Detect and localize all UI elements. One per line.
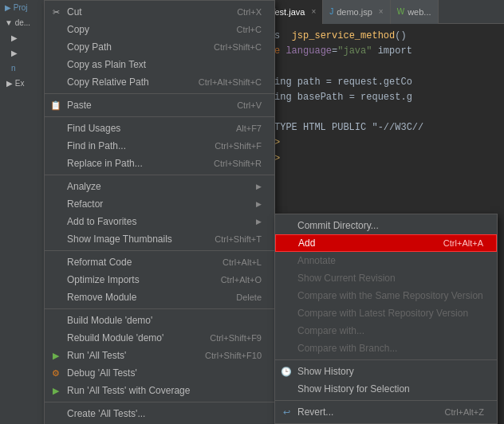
code-line-2: @ page language="java" import xyxy=(246,44,498,59)
tab-bar: J Slf4jTest.java × J demo.jsp × W web... xyxy=(239,0,504,24)
submenu-compare-same: Compare with the Same Repository Version xyxy=(275,287,497,304)
context-menu-main: ✂ Cut Ctrl+X Copy Ctrl+C Copy Path Ctrl+… xyxy=(44,0,275,424)
submenu-compare-latest: Compare with Latest Repository Version xyxy=(275,304,497,322)
menu-item-create-all-tests[interactable]: Create 'All Tests'... xyxy=(45,405,274,422)
separator-2 xyxy=(45,116,274,117)
sidebar-folder2[interactable]: ▶ xyxy=(0,45,47,61)
submenu-show-history[interactable]: 🕒 Show History xyxy=(275,363,497,380)
sidebar-folder4[interactable]: ▶ Ex xyxy=(0,76,47,91)
history-icon: 🕒 xyxy=(278,367,294,377)
tab-web[interactable]: W web... xyxy=(391,0,439,24)
paste-icon: 📋 xyxy=(48,100,64,111)
submenu-annotate: Annotate xyxy=(275,252,497,269)
submenu-add[interactable]: Add Ctrl+Alt+A xyxy=(275,234,497,252)
code-line-3 xyxy=(246,59,498,74)
menu-item-cut[interactable]: ✂ Cut Ctrl+X xyxy=(45,3,274,21)
menu-item-copy-path[interactable]: Copy Path Ctrl+Shift+C xyxy=(45,38,274,56)
code-line-8: <html> xyxy=(246,135,498,151)
code-line-4: String path = request.getCo xyxy=(246,75,498,90)
menu-item-refactor[interactable]: Refactor xyxy=(45,195,274,213)
separator-3 xyxy=(45,175,274,175)
submenu-separator-2 xyxy=(275,400,497,401)
menu-item-optimize-imports[interactable]: Optimize Imports Ctrl+Alt+O xyxy=(45,271,274,289)
separator-4 xyxy=(45,250,274,251)
coverage-icon: ▶ xyxy=(48,386,64,396)
menu-item-find-in-path[interactable]: Find in Path... Ctrl+Shift+F xyxy=(45,137,274,155)
sidebar-module[interactable]: ▼ de... xyxy=(0,15,47,30)
menu-item-rebuild-module[interactable]: Rebuild Module 'demo' Ctrl+Shift+F9 xyxy=(45,329,274,347)
separator-5 xyxy=(45,308,274,309)
submenu-show-current-revision: Show Current Revision xyxy=(275,269,497,287)
tab-label-web: web... xyxy=(408,7,431,17)
tab-close-slf4j[interactable]: × xyxy=(311,7,316,16)
sidebar-project[interactable]: ▶ Proj xyxy=(0,0,47,15)
jsp-icon: J xyxy=(329,7,333,16)
tab-close-demo[interactable]: × xyxy=(379,7,384,16)
separator-6 xyxy=(45,402,274,402)
web-icon: W xyxy=(397,7,404,16)
submenu-show-history-selection[interactable]: Show History for Selection xyxy=(275,380,497,398)
menu-item-copy-plain[interactable]: Copy as Plain Text xyxy=(45,56,274,73)
menu-item-find-usages[interactable]: Find Usages Alt+F7 xyxy=(45,120,274,137)
separator-1 xyxy=(45,93,274,94)
menu-item-add-favorites[interactable]: Add to Favorites xyxy=(45,213,274,230)
tab-demo[interactable]: J demo.jsp × xyxy=(323,0,390,24)
tab-label-demo: demo.jsp xyxy=(337,7,372,17)
menu-item-replace-in-path[interactable]: Replace in Path... Ctrl+Shift+R xyxy=(45,155,274,172)
code-line-6 xyxy=(246,105,498,120)
sidebar-folder3[interactable]: n xyxy=(0,61,47,76)
sidebar-folder1[interactable]: ▶ xyxy=(0,30,47,45)
menu-item-remove-module[interactable]: Remove Module Delete xyxy=(45,289,274,306)
cut-icon: ✂ xyxy=(48,7,64,18)
submenu-compare-with: Compare with... xyxy=(275,322,497,340)
menu-item-debug-all-tests[interactable]: ⚙ Debug 'All Tests' xyxy=(45,364,274,382)
code-line-1: pClass jsp_service_method() xyxy=(246,29,498,44)
submenu-git: Commit Directory... Add Ctrl+Alt+A Annot… xyxy=(274,214,498,424)
menu-item-copy[interactable]: Copy Ctrl+C xyxy=(45,21,274,38)
submenu-revert[interactable]: ↩ Revert... Ctrl+Alt+Z xyxy=(275,403,497,421)
menu-item-run-coverage[interactable]: ▶ Run 'All Tests' with Coverage xyxy=(45,382,274,399)
menu-item-copy-relative[interactable]: Copy Relative Path Ctrl+Alt+Shift+C xyxy=(45,73,274,91)
submenu-separator-1 xyxy=(275,359,497,360)
submenu-compare-branch: Compare with Branch... xyxy=(275,340,497,357)
menu-item-reformat[interactable]: Reformat Code Ctrl+Alt+L xyxy=(45,253,274,271)
revert-icon: ↩ xyxy=(278,407,294,418)
menu-item-run-all-tests[interactable]: ▶ Run 'All Tests' Ctrl+Shift+F10 xyxy=(45,347,274,364)
code-line-5: String basePath = request.g xyxy=(246,90,498,105)
menu-item-build-module[interactable]: Build Module 'demo' xyxy=(45,312,274,329)
code-line-9: <head> xyxy=(246,151,498,167)
code-line-7: <!DOCTYPE HTML PUBLIC "-//W3C// xyxy=(246,120,498,135)
menu-item-analyze[interactable]: Analyze xyxy=(45,178,274,195)
menu-item-show-thumbnails[interactable]: Show Image Thumbnails Ctrl+Shift+T xyxy=(45,230,274,248)
submenu-commit-dir[interactable]: Commit Directory... xyxy=(275,217,497,234)
sidebar: ▶ Proj ▼ de... ▶ ▶ n ▶ Ex xyxy=(0,0,48,424)
run-icon: ▶ xyxy=(48,351,64,361)
menu-item-paste[interactable]: 📋 Paste Ctrl+V xyxy=(45,96,274,114)
debug-icon: ⚙ xyxy=(48,368,64,379)
